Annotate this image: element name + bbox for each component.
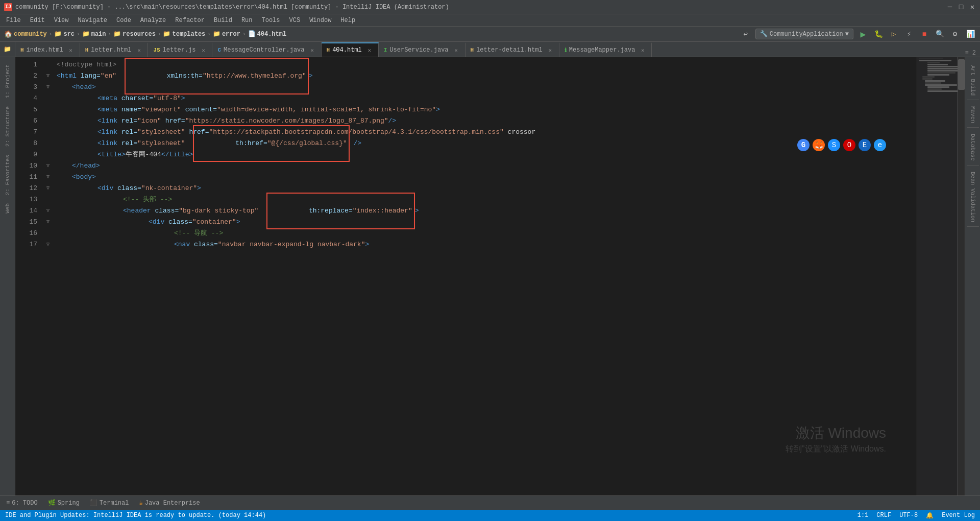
debug-button[interactable]: 🐛 xyxy=(873,29,884,40)
fold-icon-14[interactable]: ▽ xyxy=(43,205,53,217)
breadcrumb-main[interactable]: 📁 main xyxy=(82,30,106,38)
close-button[interactable]: ✕ xyxy=(969,4,976,11)
menu-edit[interactable]: Edit xyxy=(26,16,49,25)
breadcrumb-error[interactable]: 📁 error xyxy=(213,30,240,38)
tab-icon-msg-mapper: ℹ xyxy=(565,47,567,54)
event-log-label[interactable]: Event Log xyxy=(942,512,975,519)
fold-icon-11[interactable]: ▽ xyxy=(43,172,53,183)
fold-icon-15[interactable]: ▽ xyxy=(43,217,53,228)
run-button[interactable]: ▶ xyxy=(857,29,869,40)
structure-panel-tab[interactable]: 2: Structure xyxy=(3,103,13,150)
tab-message-mapper[interactable]: ℹ MessageMapper.java ✕ xyxy=(559,42,652,57)
tab-close-msg-mapper[interactable]: ✕ xyxy=(639,46,646,54)
spring-tab[interactable]: 🌿 Spring xyxy=(46,498,82,508)
edge-icon[interactable]: O xyxy=(843,139,855,151)
bottom-toolbar: ≡ 6: TODO 🌿 Spring ⬛ Terminal ☕ Java Ent… xyxy=(0,495,980,510)
tab-close-letter-detail[interactable]: ✕ xyxy=(547,46,554,54)
code-line-2: <html lang= "en" xmlns:th="http://www.th… xyxy=(57,70,917,82)
minimize-button[interactable]: ─ xyxy=(946,4,953,11)
menu-tools[interactable]: Tools xyxy=(258,16,284,25)
todo-tab[interactable]: ≡ 6: TODO xyxy=(4,499,40,508)
ie-icon[interactable]: E xyxy=(859,139,871,151)
breadcrumb-resources[interactable]: 📁 resources xyxy=(113,30,156,38)
menu-file[interactable]: File xyxy=(2,16,25,25)
menu-view[interactable]: View xyxy=(50,16,73,25)
fold-icon-3[interactable]: ▽ xyxy=(43,82,53,93)
settings-icon[interactable]: ⚙ xyxy=(949,29,961,40)
navigate-back-icon[interactable]: ↩ xyxy=(740,29,751,40)
tab-label-msg-ctrl: MessageController.java xyxy=(224,46,304,54)
tab-404-html[interactable]: H 404.html ✕ xyxy=(322,42,379,57)
run-config-selector[interactable]: 🔧 CommunityApplication ▼ xyxy=(755,29,853,39)
breadcrumb-templates[interactable]: 📁 templates xyxy=(163,30,205,38)
art-build-tab[interactable]: Art Build xyxy=(967,61,979,100)
run-config-dropdown-icon[interactable]: ▼ xyxy=(845,31,849,38)
menu-analyze[interactable]: Analyze xyxy=(136,16,170,25)
line-numbers: 1 2 3 4 5 6 7 8 9 10 11 12 13 14 15 16 1… xyxy=(15,57,43,495)
project-panel-tab[interactable]: 1: Project xyxy=(3,61,13,101)
breadcrumb-src[interactable]: 📁 src xyxy=(54,30,75,38)
window-controls[interactable]: ─ □ ✕ xyxy=(946,4,976,11)
menu-window[interactable]: Window xyxy=(305,16,335,25)
stop-button[interactable]: ■ xyxy=(919,29,930,40)
code-meta-close: > xyxy=(181,93,185,104)
tab-close-msg-ctrl[interactable]: ✕ xyxy=(309,46,316,54)
fold-icon-2[interactable]: ▽ xyxy=(43,70,53,82)
menu-navigate[interactable]: Navigate xyxy=(74,16,111,25)
menu-help[interactable]: Help xyxy=(336,16,359,25)
fold-icon-17[interactable]: ▽ xyxy=(43,239,53,250)
tab-letter-js[interactable]: JS letter.js ✕ xyxy=(148,42,212,57)
menu-build[interactable]: Build xyxy=(210,16,236,25)
vertical-scrollbar[interactable] xyxy=(958,57,965,495)
menu-refactor[interactable]: Refactor xyxy=(171,16,209,25)
profile-button[interactable]: ⚡ xyxy=(903,29,915,40)
safari-icon[interactable]: S xyxy=(828,139,840,151)
menu-vcs[interactable]: VCS xyxy=(285,16,305,25)
line-num-10: 10 xyxy=(15,160,37,172)
spring-icon: 🌿 xyxy=(48,499,56,507)
bean-validation-tab[interactable]: Bean Validation xyxy=(967,168,979,227)
database-tab[interactable]: Database xyxy=(967,130,979,165)
todo-label: 6: TODO xyxy=(12,500,37,507)
tab-letter-html[interactable]: H letter.html ✕ xyxy=(80,42,149,57)
tab-close-letter-js[interactable]: ✕ xyxy=(200,46,207,54)
code-editor-content[interactable]: <!doctype html> <html lang= "en" xmlns:t… xyxy=(53,57,917,495)
scrollbar-thumb[interactable] xyxy=(958,59,965,90)
chrome-icon[interactable]: G xyxy=(797,139,810,151)
code-space-icon xyxy=(161,115,165,127)
status-bar-left: IDE and Plugin Updates: IntelliJ IDEA is… xyxy=(5,512,266,519)
code-line-13: <!-- 头部 --> xyxy=(57,194,917,205)
tab-icon-404: H xyxy=(327,47,330,53)
minimap xyxy=(917,57,958,495)
code-attr-rel-global: rel= xyxy=(121,138,137,149)
tab-index-html[interactable]: H index.html ✕ xyxy=(15,42,80,57)
tab-user-service[interactable]: I UserService.java ✕ xyxy=(379,42,465,57)
custom-browser-icon[interactable]: e xyxy=(874,139,886,151)
terminal-tab[interactable]: ⬛ Terminal xyxy=(88,498,131,508)
tab-letter-detail-html[interactable]: H letter-detail.html ✕ xyxy=(465,42,559,57)
fold-icon-10[interactable]: ▽ xyxy=(43,160,53,172)
maven-tab[interactable]: Maven xyxy=(967,102,979,128)
tab-message-controller[interactable]: C MessageController.java ✕ xyxy=(212,42,321,57)
firefox-icon[interactable]: 🦊 xyxy=(813,139,825,151)
java-enterprise-tab[interactable]: ☕ Java Enterprise xyxy=(137,498,202,508)
tab-close-letter-html[interactable]: ✕ xyxy=(135,46,142,54)
tab-close-index[interactable]: ✕ xyxy=(67,46,75,54)
code-attr-href-icon: href= xyxy=(165,115,185,127)
tab-close-404[interactable]: ✕ xyxy=(366,46,373,54)
line-num-12: 12 xyxy=(15,183,37,194)
search-everywhere-icon[interactable]: 🔍 xyxy=(934,29,945,40)
run-with-coverage-button[interactable]: ▷ xyxy=(888,29,899,40)
breadcrumb-404html[interactable]: 📄 404.html xyxy=(248,30,287,38)
tab-close-user-svc[interactable]: ✕ xyxy=(453,46,460,54)
web-panel-tab[interactable]: Web xyxy=(3,200,13,217)
vcs-operations-icon[interactable]: 📊 xyxy=(965,29,976,40)
breadcrumb-community[interactable]: 🏠 community xyxy=(4,30,47,38)
maximize-button[interactable]: □ xyxy=(958,4,965,11)
menu-code[interactable]: Code xyxy=(112,16,135,25)
fold-icon-12[interactable]: ▽ xyxy=(43,183,53,194)
favorites-panel-tab[interactable]: 2: Favorites xyxy=(3,152,13,198)
menu-run[interactable]: Run xyxy=(237,16,257,25)
terminal-label: Terminal xyxy=(100,500,129,507)
project-panel-toggle[interactable]: 📁 xyxy=(0,42,15,57)
